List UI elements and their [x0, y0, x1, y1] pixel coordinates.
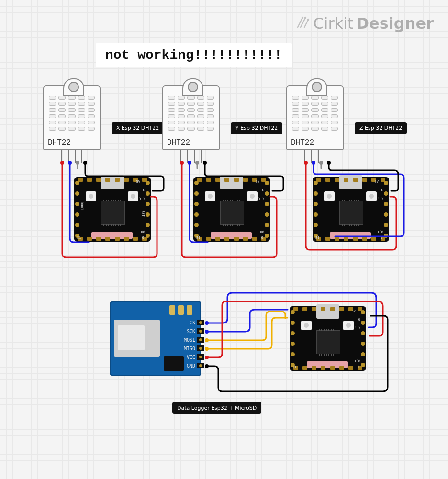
annotation-note[interactable]: not working!!!!!!!!!!! — [96, 43, 292, 67]
chip-label-y: Y Esp 32 DHT22 — [231, 122, 282, 134]
brand-name: Cirkit — [313, 14, 353, 33]
svg-point-16 — [205, 330, 209, 334]
svg-point-17 — [205, 338, 209, 342]
dht22-sensor-y[interactable]: DHT22 — [162, 85, 220, 163]
esp32-board-logger[interactable]: 5V G 3.3 IO8 21 0 — [290, 306, 366, 371]
esp32-board-z[interactable]: 5V G 3.3 IO8 21 0 — [313, 177, 389, 242]
svg-point-19 — [205, 356, 209, 359]
svg-point-20 — [205, 364, 209, 368]
dht22-sensor-z[interactable]: DHT22 — [286, 85, 344, 163]
sd-pin-labels: CS SCK MOSI MISO VCC GND — [184, 319, 195, 370]
product-name: Designer — [357, 14, 434, 33]
brand-logo-icon — [296, 15, 310, 32]
svg-point-0 — [302, 17, 303, 19]
logo-svg — [296, 15, 310, 29]
esp32-board-y[interactable]: 5V G 3.3 IO8 21 0 — [193, 177, 270, 242]
svg-point-15 — [205, 321, 209, 325]
dht22-x-label: DHT22 — [48, 138, 71, 147]
microsd-module[interactable]: CS SCK MOSI MISO VCC GND — [110, 301, 201, 376]
dht22-z-label: DHT22 — [291, 138, 314, 147]
chip-label-x: X Esp 32 DHT22 — [112, 122, 164, 134]
svg-point-18 — [205, 347, 209, 351]
dht22-y-label: DHT22 — [167, 138, 190, 147]
chip-label-z: Z Esp 32 DHT22 — [355, 122, 407, 134]
chip-label-logger: Data Logger Esp32 + MicroSD — [172, 402, 261, 414]
svg-point-2 — [307, 19, 309, 21]
dht22-sensor-x[interactable]: DHT22 — [43, 85, 101, 163]
esp32-board-x[interactable]: 5V G 3.3 BOOT RST IO8 21 0 — [74, 177, 151, 242]
brand-watermark: Cirkit Designer — [296, 14, 434, 33]
svg-point-1 — [304, 17, 306, 19]
